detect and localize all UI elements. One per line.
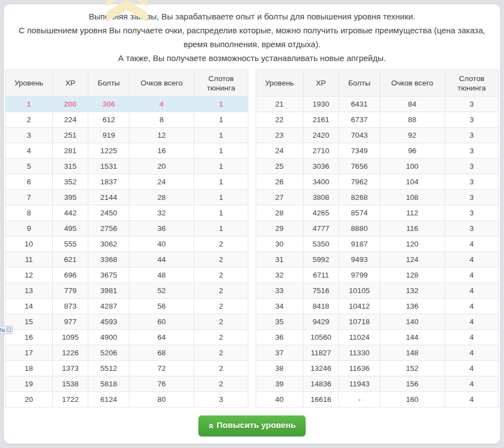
level-row: 63521837241 bbox=[6, 174, 248, 190]
level-tables-container: Уровень XP Болты Очков всего Слотов тюни… bbox=[4, 66, 500, 407]
level-cell: 3 bbox=[445, 143, 498, 159]
level-row: 3610560110241444 bbox=[256, 330, 499, 345]
level-cell: 132 bbox=[380, 283, 445, 299]
intro-text-block: Выполняя заказы, Вы зарабатываете опыт и… bbox=[4, 4, 500, 66]
level-cell: 24 bbox=[129, 174, 194, 190]
level-cell: 9799 bbox=[339, 268, 380, 283]
level-cell: 2 bbox=[194, 268, 248, 283]
level-cell: 10105 bbox=[339, 283, 380, 299]
level-cell: 4 bbox=[445, 376, 498, 392]
level-cell: 779 bbox=[52, 283, 88, 299]
level-cell: 2 bbox=[6, 112, 53, 128]
level-cell: 80 bbox=[129, 392, 194, 407]
level-cell: 4900 bbox=[88, 330, 129, 345]
level-cell: 1095 bbox=[52, 330, 88, 345]
intro-line-2: С повышением уровня Вы получаете очки, р… bbox=[12, 23, 492, 51]
level-cell: 4 bbox=[445, 392, 498, 407]
level-cell: 3 bbox=[445, 112, 498, 128]
level-cell: 251 bbox=[52, 128, 88, 143]
level-cell: 20 bbox=[129, 159, 194, 174]
level-cell: 495 bbox=[52, 221, 88, 236]
level-cell: 31 bbox=[256, 252, 303, 268]
level-cell: 1226 bbox=[52, 345, 88, 361]
level-row: 27380882681083 bbox=[256, 190, 499, 205]
level-cell: 1 bbox=[194, 174, 248, 190]
level-row: 222461281 bbox=[6, 112, 248, 128]
level-cell: 120 bbox=[380, 236, 445, 252]
level-cell: 1 bbox=[194, 128, 248, 143]
level-row: 1712265206682 bbox=[6, 345, 248, 361]
level-cell: 3 bbox=[445, 205, 498, 221]
level-cell: 7962 bbox=[339, 174, 380, 190]
level-cell: 621 bbox=[52, 252, 88, 268]
level-cell: 7656 bbox=[339, 159, 380, 174]
level-cell: 1 bbox=[6, 97, 53, 112]
column-header-xp: XP bbox=[303, 70, 339, 97]
level-row: 31599294931244 bbox=[256, 252, 499, 268]
level-cell: 14 bbox=[6, 299, 53, 314]
level-cell: 160 bbox=[380, 392, 445, 407]
level-cell: 29 bbox=[256, 221, 303, 236]
level-cell: 12 bbox=[129, 128, 194, 143]
level-row: 159774593602 bbox=[6, 314, 248, 330]
level-cell: 612 bbox=[88, 112, 129, 128]
level-table-panel: Выполняя заказы, Вы зарабатываете опыт и… bbox=[4, 4, 500, 444]
level-cell: 36 bbox=[256, 330, 303, 345]
level-cell: 6 bbox=[6, 174, 53, 190]
level-cell: 2 bbox=[194, 345, 248, 361]
level-cell: 72 bbox=[129, 361, 194, 376]
level-cell: 10718 bbox=[339, 314, 380, 330]
intro-line-1: Выполняя заказы, Вы зарабатываете опыт и… bbox=[12, 9, 492, 23]
intro-line-3: А также, Вы получаете возможность устана… bbox=[12, 51, 492, 65]
level-cell: 7043 bbox=[339, 128, 380, 143]
level-cell: 1373 bbox=[52, 361, 88, 376]
level-cell: 11636 bbox=[339, 361, 380, 376]
level-cell: 152 bbox=[380, 361, 445, 376]
level-up-button[interactable]: «Повысить уровень bbox=[198, 415, 306, 436]
level-cell: 4287 bbox=[88, 299, 129, 314]
level-cell: 1930 bbox=[303, 97, 339, 112]
level-cell: 144 bbox=[380, 330, 445, 345]
double-chevron-up-icon: « bbox=[205, 423, 217, 429]
level-cell: 4 bbox=[445, 299, 498, 314]
level-cell: 76 bbox=[129, 376, 194, 392]
level-cell: 27 bbox=[256, 190, 303, 205]
level-row: 2427107349963 bbox=[256, 143, 499, 159]
level-cell: 5350 bbox=[303, 236, 339, 252]
level-cell: 5992 bbox=[303, 252, 339, 268]
level-cell: 10412 bbox=[339, 299, 380, 314]
column-header-level: Уровень bbox=[256, 70, 303, 97]
level-cell: 9429 bbox=[303, 314, 339, 330]
level-cell: 2450 bbox=[88, 205, 129, 221]
level-row: 3914836119431564 bbox=[256, 376, 499, 392]
level-cell: 7349 bbox=[339, 143, 380, 159]
level-cell: 3 bbox=[445, 174, 498, 190]
column-header-slots: Слотов тюнинга bbox=[194, 70, 248, 97]
level-cell: 20 bbox=[6, 392, 53, 407]
level-cell: 9493 bbox=[339, 252, 380, 268]
level-cell: 3 bbox=[445, 190, 498, 205]
level-cell: 1531 bbox=[88, 159, 129, 174]
level-row: 28426585741123 bbox=[256, 205, 499, 221]
level-cell: 64 bbox=[129, 330, 194, 345]
level-cell: 112 bbox=[380, 205, 445, 221]
background-number-badge: № bbox=[0, 326, 13, 334]
level-cell: 306 bbox=[88, 97, 129, 112]
level-cell: 3400 bbox=[303, 174, 339, 190]
level-cell: 22 bbox=[256, 112, 303, 128]
level-cell: 156 bbox=[380, 376, 445, 392]
level-cell: 26 bbox=[256, 174, 303, 190]
level-cell: 16616 bbox=[303, 392, 339, 407]
level-row: 84422450321 bbox=[6, 205, 248, 221]
level-cell: 2710 bbox=[303, 143, 339, 159]
column-header-level: Уровень bbox=[6, 70, 53, 97]
level-cell: 281 bbox=[52, 143, 88, 159]
level-cell: 44 bbox=[129, 252, 194, 268]
level-up-button-label: Повысить уровень bbox=[217, 420, 296, 430]
level-cell: 4 bbox=[445, 330, 498, 345]
level-cell: 5206 bbox=[88, 345, 129, 361]
level-cell: 2 bbox=[194, 376, 248, 392]
level-cell: 4 bbox=[445, 268, 498, 283]
footer-actions: «Повысить уровень bbox=[4, 407, 500, 436]
table-header-row: Уровень XP Болты Очков всего Слотов тюни… bbox=[256, 70, 499, 97]
